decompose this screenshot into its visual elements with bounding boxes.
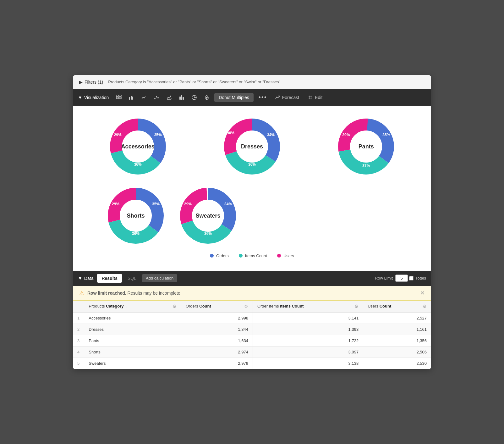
cell-category: Pants [84,335,181,346]
th-rownum [73,301,84,312]
pie-chart-icon-btn[interactable] [189,92,199,103]
pct-users-sweaters: 29% [184,202,192,206]
donut-label-pants: Pants [359,143,374,150]
th-orders-count: Orders Count ⚙ [181,301,253,312]
svg-rect-12 [181,95,182,100]
gear-icon-items[interactable]: ⚙ [354,304,359,309]
row-limit-section: Row Limit [375,275,408,282]
gear-icon-category[interactable]: ⚙ [173,304,177,309]
pct-items-shorts: 36% [132,231,140,236]
th-items-count: Order Items Items Count ⚙ [253,301,363,312]
warning-content: ⚠ Row limit reached. Results may be inco… [79,290,180,297]
add-calculation-btn[interactable]: Add calculation [142,274,177,282]
gear-icon-orders[interactable]: ⚙ [244,304,248,309]
cell-orders: 1,344 [181,324,253,335]
donut-row-1: Accessories 35% 36% 29% Dresses 34% [85,115,419,178]
donut-multiples-label: Donut Multiples [219,95,249,100]
pct-items-sweaters: 36% [204,231,212,236]
main-container: ▶ Filters (1) Products Category is "Acce… [73,75,431,369]
legend-label-items: Items Count [245,253,267,258]
table-row: 5 Sweaters 2,979 3,138 2,530 [73,358,431,369]
edit-btn[interactable]: Edit [305,93,326,102]
donut-label-dresses: Dresses [241,143,263,150]
th-category: Products Category ↑ ⚙ [84,301,181,312]
cell-category: Shorts [84,346,181,358]
viz-toggle-label: Visualization [84,95,109,100]
row-limit-label: Row Limit [375,276,393,280]
table-row: 1 Accessories 2,998 3,141 2,527 [73,312,431,324]
donut-dresses: Dresses 34% 36% 30% [200,115,304,178]
filter-toggle-label: Filters (1) [85,80,103,85]
svg-rect-13 [183,97,184,100]
legend-label-orders: Orders [216,253,229,258]
row-limit-input[interactable] [395,275,408,282]
totals-section: Totals [409,276,426,280]
line-chart-icon-btn[interactable] [139,92,149,103]
donut-pants: Pants 35% 37% 29% [314,115,419,178]
chart-legend: Orders Items Count Users [85,250,419,264]
legend-dot-users [277,254,281,258]
filter-toggle[interactable]: ▶ Filters (1) [79,80,103,85]
warning-bold: Row limit reached. [87,291,126,296]
cell-users: 2,506 [363,346,431,358]
chevron-down-icon-data: ▼ [78,276,82,281]
edit-icon [308,95,313,100]
totals-label: Totals [415,276,426,280]
totals-checkbox[interactable] [409,276,414,280]
donut-row-2: Shorts 35% 36% 29% Sweaters 34% [85,184,419,250]
th-users-count: Users Count ⚙ [363,301,431,312]
table-row: 4 Shorts 2,974 3,097 2,506 [73,346,431,358]
table-header-row: Products Category ↑ ⚙ Orders Count ⚙ Ord… [73,301,431,312]
tab-sql[interactable]: SQL [123,274,141,283]
bar-chart-icon-btn[interactable] [126,92,136,103]
more-options-btn[interactable]: ••• [256,94,270,101]
filter-bar: ▶ Filters (1) Products Category is "Acce… [73,75,431,89]
pct-users-dresses: 30% [227,131,234,135]
donut-label-shorts: Shorts [127,212,145,219]
data-table: Products Category ↑ ⚙ Orders Count ⚙ Ord… [73,301,431,369]
scatter-icon-btn[interactable] [151,92,162,103]
filter-text: Products Category is "Accessories" or "P… [108,80,280,84]
pct-orders-shorts: 35% [152,202,160,206]
data-toggle[interactable]: ▼ Data [78,276,93,281]
svg-point-9 [157,97,159,98]
donut-shorts: Shorts 35% 36% 29% [104,184,167,247]
donut-multiples-btn[interactable]: Donut Multiples [214,93,254,102]
viz-toggle[interactable]: ▼ Visualization [78,95,109,100]
map-icon-btn[interactable] [202,92,212,103]
warning-close-btn[interactable]: ✕ [420,290,425,297]
cell-rownum: 5 [73,358,84,369]
chevron-down-icon: ▼ [78,95,82,100]
svg-rect-2 [116,97,118,99]
warning-bar: ⚠ Row limit reached. Results may be inco… [73,286,431,301]
table-icon-btn[interactable] [114,92,124,103]
chart-area: Accessories 35% 36% 29% Dresses 34% [73,106,431,271]
cell-category: Sweaters [84,358,181,369]
cell-users: 1,356 [363,335,431,346]
column-chart-icon-btn[interactable] [177,92,187,103]
cell-rownum: 4 [73,346,84,358]
svg-rect-11 [179,97,181,100]
cell-rownum: 3 [73,335,84,346]
svg-rect-4 [129,97,130,100]
cell-items: 3,097 [253,346,363,358]
donut-label-sweaters: Sweaters [195,212,220,219]
data-toggle-label: Data [84,276,94,281]
forecast-btn[interactable]: Forecast [272,93,302,102]
area-chart-icon-btn[interactable] [164,92,174,103]
cell-orders: 2,998 [181,312,253,324]
tab-results[interactable]: Results [97,274,122,283]
pct-items-dresses: 36% [248,162,256,167]
svg-rect-0 [116,95,118,97]
cell-category: Accessories [84,312,181,324]
pct-users-pants: 29% [342,133,350,137]
legend-dot-orders [210,254,214,258]
table-row: 2 Dresses 1,344 1,393 1,161 [73,324,431,335]
gear-icon-users[interactable]: ⚙ [423,304,427,309]
cell-orders: 2,979 [181,358,253,369]
cell-users: 1,161 [363,324,431,335]
warning-text: Row limit reached. Results may be incomp… [87,291,180,296]
svg-point-8 [156,96,157,97]
pct-items-accessories: 36% [134,162,142,167]
svg-rect-3 [119,97,121,99]
